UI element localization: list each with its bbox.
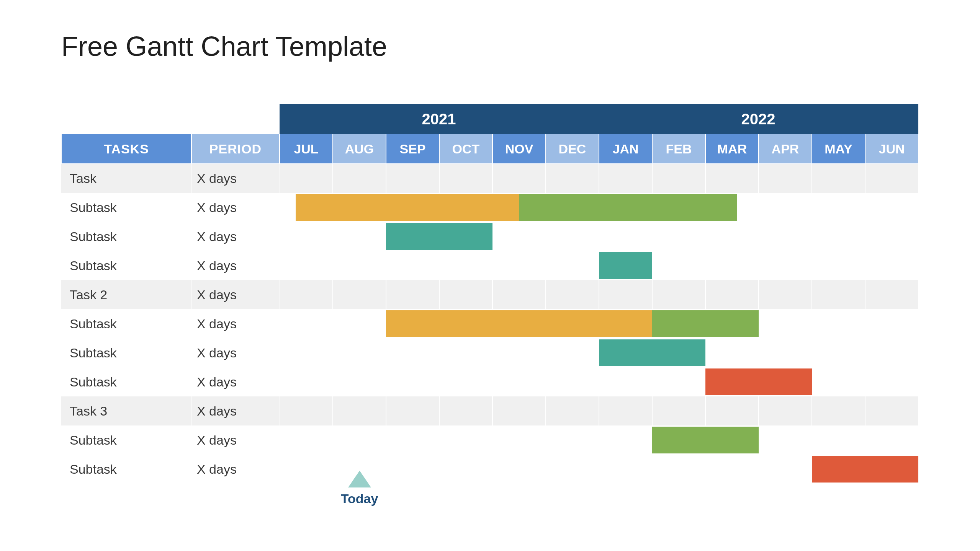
task-label: Subtask xyxy=(61,309,191,338)
grid-cell xyxy=(652,251,705,280)
page-title: Free Gantt Chart Template xyxy=(61,31,919,62)
grid-cell xyxy=(546,251,599,280)
grid-cell xyxy=(386,396,439,425)
grid-cell xyxy=(705,396,759,425)
grid-cell xyxy=(705,367,759,396)
grid-cell xyxy=(759,425,812,455)
grid-cell xyxy=(280,193,333,222)
grid-cell xyxy=(812,455,865,484)
grid-cell xyxy=(599,164,652,193)
grid-cell xyxy=(386,280,439,309)
grid-cell xyxy=(599,193,652,222)
subtask-row: SubtaskX days xyxy=(61,425,923,455)
task-period: X days xyxy=(191,425,280,455)
task-label: Subtask xyxy=(61,193,191,222)
grid-cell xyxy=(759,455,812,484)
grid-cell xyxy=(705,309,759,338)
grid-cell xyxy=(439,280,492,309)
task-period: X days xyxy=(191,338,280,367)
grid-cell xyxy=(865,396,918,425)
grid-cell xyxy=(280,425,333,455)
grid-cell xyxy=(546,455,599,484)
grid-cell xyxy=(705,251,759,280)
header-month-feb: FEB xyxy=(652,134,705,164)
grid-cell xyxy=(492,396,546,425)
grid-cell xyxy=(439,425,492,455)
grid-cell xyxy=(546,396,599,425)
grid-cell xyxy=(812,193,865,222)
grid-cell xyxy=(280,251,333,280)
slide: Free Gantt Chart Template 2021 2022 TASK… xyxy=(0,0,980,551)
header-month-oct: OCT xyxy=(439,134,492,164)
gantt-chart: 2021 2022 TASKS PERIOD JULAUGSEPOCTNOVDE… xyxy=(61,104,923,484)
grid-cell xyxy=(865,338,918,367)
task-label: Subtask xyxy=(61,455,191,484)
subtask-row: SubtaskX days xyxy=(61,309,923,338)
grid-cell xyxy=(599,338,652,367)
header-month-nov: NOV xyxy=(492,134,546,164)
grid-cell xyxy=(333,280,386,309)
header-month-aug: AUG xyxy=(333,134,386,164)
task-label: Task xyxy=(61,164,191,193)
grid-cell xyxy=(705,425,759,455)
grid-cell xyxy=(599,367,652,396)
header-month-may: MAY xyxy=(812,134,865,164)
task-period: X days xyxy=(191,193,280,222)
grid-cell xyxy=(439,309,492,338)
grid-cell xyxy=(759,193,812,222)
grid-cell xyxy=(865,309,918,338)
subtask-row: SubtaskX days xyxy=(61,251,923,280)
task-label: Subtask xyxy=(61,367,191,396)
grid-cell xyxy=(599,280,652,309)
grid-cell xyxy=(333,251,386,280)
grid-cell xyxy=(439,455,492,484)
grid-cell xyxy=(333,193,386,222)
task-label: Subtask xyxy=(61,425,191,455)
grid-cell xyxy=(599,222,652,251)
task-period: X days xyxy=(191,251,280,280)
grid-cell xyxy=(759,396,812,425)
grid-cell xyxy=(812,367,865,396)
grid-cell xyxy=(705,193,759,222)
grid-cell xyxy=(546,338,599,367)
header-month-dec: DEC xyxy=(546,134,599,164)
grid-cell xyxy=(492,193,546,222)
header-month-sep: SEP xyxy=(386,134,439,164)
grid-cell xyxy=(333,309,386,338)
grid-cell xyxy=(333,396,386,425)
subtask-row: SubtaskX days xyxy=(61,193,923,222)
year-cell-2021: 2021 xyxy=(280,104,599,134)
today-label: Today xyxy=(337,491,383,506)
grid-cell xyxy=(652,396,705,425)
grid-cell xyxy=(812,309,865,338)
grid-cell xyxy=(546,164,599,193)
task-period: X days xyxy=(191,164,280,193)
grid-cell xyxy=(386,222,439,251)
grid-cell xyxy=(865,193,918,222)
grid-cell xyxy=(280,164,333,193)
grid-cell xyxy=(865,164,918,193)
grid-cell xyxy=(599,455,652,484)
grid-cell xyxy=(759,280,812,309)
grid-cell xyxy=(439,222,492,251)
task-period: X days xyxy=(191,455,280,484)
grid-cell xyxy=(386,164,439,193)
task-header-row: Task 2X days xyxy=(61,280,923,309)
header-month-mar: MAR xyxy=(705,134,759,164)
grid-cell xyxy=(812,338,865,367)
grid-cell xyxy=(492,367,546,396)
grid-cell xyxy=(759,164,812,193)
grid-cell xyxy=(439,193,492,222)
grid-cell xyxy=(546,367,599,396)
grid-cell xyxy=(705,164,759,193)
header-month-jul: JUL xyxy=(280,134,333,164)
grid-cell xyxy=(759,338,812,367)
grid-cell xyxy=(599,251,652,280)
grid-cell xyxy=(439,251,492,280)
task-label: Subtask xyxy=(61,222,191,251)
grid-cell xyxy=(280,309,333,338)
year-header-row: 2021 2022 xyxy=(61,104,923,134)
grid-cell xyxy=(812,396,865,425)
grid-cell xyxy=(652,367,705,396)
task-header-row: TaskX days xyxy=(61,164,923,193)
